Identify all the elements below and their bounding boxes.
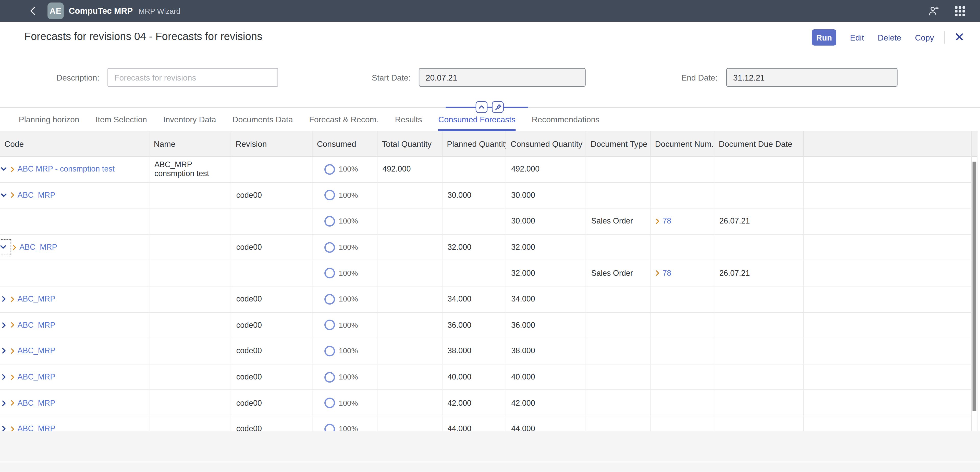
- column-header-consumed-quantity[interactable]: Consumed Quantity: [506, 131, 586, 156]
- tab-bar: Planning horizonItem SelectionInventory …: [0, 108, 980, 131]
- code-link[interactable]: ABC_MRP: [18, 372, 56, 381]
- app-name: CompuTec MRP: [68, 6, 133, 16]
- planned-quantity-cell: [442, 209, 506, 234]
- table-row[interactable]: ABC_MRPcode00100%34.00034.000: [0, 287, 971, 312]
- code-link[interactable]: ABC_MRP: [18, 191, 56, 200]
- document-number-link[interactable]: 78: [662, 217, 671, 226]
- column-header-planned-quantity[interactable]: Planned Quantity: [442, 131, 506, 156]
- table-row[interactable]: 100%32.000Sales Order7826.07.21: [0, 260, 971, 287]
- chevron-down-icon[interactable]: [0, 243, 7, 251]
- close-icon[interactable]: [954, 32, 965, 43]
- name-cell: [149, 364, 231, 390]
- consumed-cell: 100%: [312, 209, 377, 234]
- total-quantity-cell: [377, 209, 442, 234]
- app-grid-icon[interactable]: [954, 5, 966, 17]
- table-row[interactable]: ABC_MRPcode00100%36.00036.000: [0, 312, 971, 339]
- scrollbar-header-cap: [972, 131, 977, 157]
- code-link[interactable]: ABC_MRP: [18, 424, 56, 431]
- code-link[interactable]: ABC MRP - consmption test: [18, 165, 115, 174]
- table-row[interactable]: ABC_MRPcode00100%40.00040.000: [0, 364, 971, 390]
- chevron-right-icon[interactable]: [0, 322, 7, 329]
- code-cell: ABC_MRP: [0, 234, 149, 260]
- table-row[interactable]: ABC_MRPcode00100%30.00030.000: [0, 183, 971, 209]
- user-account-icon[interactable]: [928, 5, 940, 17]
- column-header-document-due-date[interactable]: Document Due Date: [714, 131, 803, 156]
- column-header-code[interactable]: Code: [0, 131, 149, 156]
- name-cell: [149, 260, 231, 286]
- back-icon[interactable]: [29, 6, 38, 16]
- chevron-right-icon[interactable]: [0, 295, 7, 303]
- progress-ring-icon: [325, 216, 335, 226]
- column-header-total-quantity[interactable]: Total Quantity: [377, 131, 442, 156]
- copy-button[interactable]: Copy: [915, 33, 934, 42]
- code-link[interactable]: ABC_MRP: [18, 347, 56, 355]
- run-button[interactable]: Run: [812, 29, 836, 46]
- table-row[interactable]: ABC_MRPcode00100%42.00042.000: [0, 390, 971, 416]
- tab-item-selection[interactable]: Item Selection: [95, 108, 147, 131]
- code-link[interactable]: ABC_MRP: [18, 295, 56, 304]
- revision-cell: code00: [231, 234, 312, 260]
- filler-cell: [803, 339, 971, 364]
- column-header-revision[interactable]: Revision: [231, 131, 312, 156]
- document-number-cell: 78: [651, 260, 714, 286]
- chevron-right-icon[interactable]: [0, 399, 7, 407]
- column-header-document-num[interactable]: Document Num...: [651, 131, 714, 156]
- edit-button[interactable]: Edit: [850, 33, 864, 42]
- tab-planning-horizon[interactable]: Planning horizon: [19, 108, 79, 131]
- table-row[interactable]: ABC_MRPcode00100%32.00032.000: [0, 234, 971, 260]
- table-row[interactable]: 100%30.000Sales Order7826.07.21: [0, 209, 971, 234]
- code-cell: ABC_MRP: [0, 287, 149, 312]
- revision-cell: code00: [231, 183, 312, 208]
- filler-cell: [803, 183, 971, 208]
- document-number-link[interactable]: 78: [662, 269, 671, 277]
- document-type-cell: [586, 234, 651, 260]
- code-link[interactable]: ABC_MRP: [18, 321, 56, 329]
- end-date-input[interactable]: [726, 68, 897, 87]
- mrp-wizard-window: AE CompuTec MRP MRP Wizard Forecasts for…: [0, 0, 980, 472]
- chevron-down-icon[interactable]: [0, 192, 7, 199]
- delete-button[interactable]: Delete: [878, 33, 901, 42]
- code-cell: ABC_MRP: [0, 339, 149, 364]
- name-cell: [149, 390, 231, 415]
- table-row[interactable]: ABC_MRPcode00100%38.00038.000: [0, 339, 971, 364]
- tab-forecast-recom[interactable]: Forecast & Recom.: [309, 108, 379, 131]
- planned-quantity-cell: 34.000: [442, 287, 506, 312]
- tab-documents-data[interactable]: Documents Data: [232, 108, 293, 131]
- revision-cell: code00: [231, 339, 312, 364]
- planned-quantity-cell: 30.000: [442, 183, 506, 208]
- total-quantity-cell: [377, 364, 442, 390]
- nav-arrow-icon: [11, 374, 15, 380]
- consumed-quantity-cell: 492.000: [506, 157, 586, 182]
- scrollbar-thumb[interactable]: [972, 162, 976, 411]
- table-row[interactable]: ABC_MRPcode00100%44.00044.000: [0, 416, 971, 431]
- nav-arrow-icon: [655, 270, 660, 277]
- footer-area: [0, 431, 980, 472]
- filler-cell: [803, 287, 971, 312]
- column-header-filler: [803, 131, 971, 156]
- document-due-date-cell: [714, 183, 803, 208]
- column-header-consumed[interactable]: Consumed: [312, 131, 377, 156]
- chevron-right-icon[interactable]: [0, 373, 7, 381]
- chevron-right-icon[interactable]: [0, 347, 7, 355]
- action-divider: [945, 31, 945, 44]
- name-cell: [149, 234, 231, 260]
- focused-expander[interactable]: [0, 239, 11, 255]
- consumed-percent: 100%: [339, 165, 358, 174]
- table-row[interactable]: ABC MRP - consmption testABC_MRP consmpt…: [0, 157, 971, 183]
- tab-recommendations[interactable]: Recommendations: [532, 108, 600, 131]
- filler-cell: [803, 209, 971, 234]
- document-type-cell: [586, 287, 651, 312]
- tab-inventory-data[interactable]: Inventory Data: [163, 108, 216, 131]
- chevron-down-icon[interactable]: [0, 166, 7, 173]
- start-date-input[interactable]: [419, 68, 586, 87]
- tab-results[interactable]: Results: [395, 108, 422, 131]
- code-link[interactable]: ABC_MRP: [18, 399, 56, 407]
- chevron-right-icon[interactable]: [0, 425, 7, 431]
- code-link[interactable]: ABC_MRP: [19, 243, 57, 252]
- description-input[interactable]: [107, 68, 278, 87]
- column-header-document-type[interactable]: Document Type: [586, 131, 651, 156]
- tab-consumed-forecasts[interactable]: Consumed Forecasts: [438, 108, 515, 131]
- column-header-name[interactable]: Name: [149, 131, 231, 156]
- document-due-date-cell: [714, 157, 803, 182]
- consumed-quantity-cell: 30.000: [506, 209, 586, 234]
